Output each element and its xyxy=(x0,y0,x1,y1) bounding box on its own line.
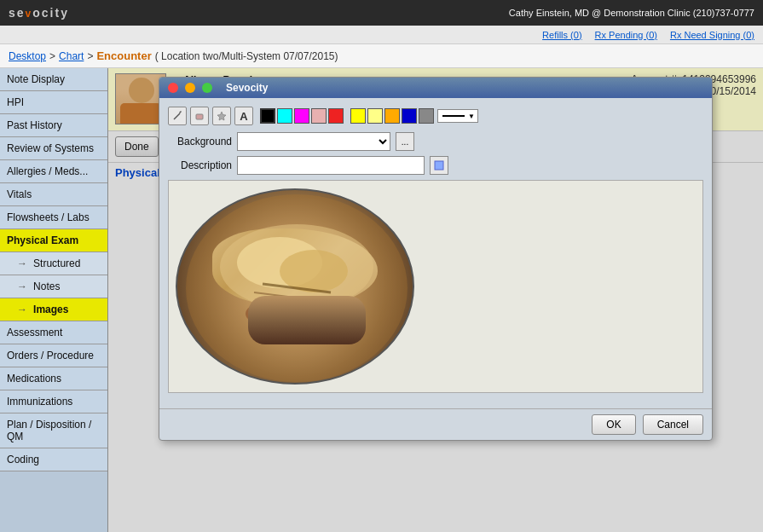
color-orange[interactable] xyxy=(384,108,400,124)
modal-title-bar: Sevocity xyxy=(159,78,712,98)
color-gray[interactable] xyxy=(419,108,434,124)
eraser-tool[interactable] xyxy=(190,107,209,125)
main-layout: Note Display HPI Past History Review of … xyxy=(0,68,763,532)
sidebar-item-allergies-meds[interactable]: Allergies / Meds... xyxy=(0,160,107,183)
modal-overlay: Sevocity xyxy=(108,68,763,532)
sidebar-item-plan-disposition[interactable]: Plan / Disposition / QM xyxy=(0,413,107,448)
traffic-light-yellow[interactable] xyxy=(185,83,195,93)
sidebar-item-assessment[interactable]: Assessment xyxy=(0,321,107,344)
color-cyan[interactable] xyxy=(277,108,292,124)
browse-button[interactable]: ... xyxy=(396,132,414,151)
sidebar: Note Display HPI Past History Review of … xyxy=(0,68,108,532)
cancel-button[interactable]: Cancel xyxy=(643,414,703,435)
modal-title: Sevocity xyxy=(226,82,268,94)
modal-footer: OK Cancel xyxy=(159,408,712,440)
image-canvas[interactable] xyxy=(168,180,703,393)
svg-line-0 xyxy=(174,113,180,119)
modal-body: A xyxy=(159,98,712,408)
user-info: Cathy Einstein, MD @ Demonstration Clini… xyxy=(509,8,754,18)
description-input[interactable] xyxy=(237,156,425,175)
sidebar-item-medications[interactable]: Medications xyxy=(0,367,107,390)
breadcrumb-bar: Desktop > Chart > Encounter ( Location t… xyxy=(0,44,763,68)
knee-image-overlay xyxy=(177,190,414,385)
color-yellow[interactable] xyxy=(350,108,366,124)
sidebar-item-images[interactable]: → Images xyxy=(0,298,107,321)
line-style-selector[interactable]: ▼ xyxy=(437,109,478,123)
breadcrumb-chart[interactable]: Chart xyxy=(59,50,84,62)
star-tool[interactable] xyxy=(212,107,231,125)
description-row: Description xyxy=(168,156,703,175)
color-palette xyxy=(260,108,344,124)
background-row: Background ... xyxy=(168,132,703,151)
color-black[interactable] xyxy=(260,108,275,124)
sidebar-item-coding[interactable]: Coding xyxy=(0,448,107,471)
breadcrumb-sep-1: > xyxy=(49,50,55,62)
svg-rect-5 xyxy=(435,161,443,170)
arrow-icon-notes: → xyxy=(17,280,27,292)
pencil-tool[interactable] xyxy=(168,107,187,125)
traffic-light-red[interactable] xyxy=(168,83,178,93)
sidebar-item-vitals[interactable]: Vitals xyxy=(0,183,107,206)
svg-point-10 xyxy=(246,297,348,331)
sidebar-item-flowsheets-labs[interactable]: Flowsheets / Labs xyxy=(0,206,107,229)
sidebar-item-past-history[interactable]: Past History xyxy=(0,114,107,137)
sidebar-item-hpi[interactable]: HPI xyxy=(0,91,107,114)
sidebar-item-note-display[interactable]: Note Display xyxy=(0,68,107,91)
description-extra-button[interactable] xyxy=(430,156,448,175)
breadcrumb-encounter: Encounter xyxy=(96,49,151,62)
color-palette-2 xyxy=(350,108,434,124)
knee-arthroscopy-image xyxy=(176,188,414,385)
refills-link[interactable]: Refills (0) xyxy=(542,30,581,40)
color-red[interactable] xyxy=(328,108,344,124)
sidebar-item-review-of-systems[interactable]: Review of Systems xyxy=(0,137,107,160)
arrow-icon: → xyxy=(17,257,27,269)
color-magenta[interactable] xyxy=(294,108,309,124)
logo-accent: v xyxy=(26,8,33,20)
content-area: Allergy, Brand new ✏ Female, 42 years, D… xyxy=(108,68,763,532)
sidebar-item-notes[interactable]: → Notes xyxy=(0,275,107,298)
rx-pending-link[interactable]: Rx Pending (0) xyxy=(595,30,657,40)
breadcrumb-desktop[interactable]: Desktop xyxy=(9,50,46,62)
rx-signing-link[interactable]: Rx Need Signing (0) xyxy=(670,30,754,40)
text-tool[interactable]: A xyxy=(234,107,253,125)
svg-marker-3 xyxy=(217,112,226,120)
sidebar-item-immunizations[interactable]: Immunizations xyxy=(0,390,107,413)
description-label: Description xyxy=(168,159,232,171)
traffic-light-green[interactable] xyxy=(202,83,212,93)
background-select[interactable] xyxy=(237,132,390,151)
sidebar-item-orders-procedure[interactable]: Orders / Procedure xyxy=(0,344,107,367)
app-logo: sevocity xyxy=(9,6,69,20)
line-style-dropdown-icon[interactable]: ▼ xyxy=(468,113,475,120)
background-label: Background xyxy=(168,136,232,147)
sidebar-item-structured[interactable]: → Structured xyxy=(0,252,107,275)
svg-rect-2 xyxy=(196,114,203,119)
sub-header: Refills (0) Rx Pending (0) Rx Need Signi… xyxy=(0,26,763,44)
breadcrumb-sep-2: > xyxy=(87,50,93,62)
image-editor-modal: Sevocity xyxy=(159,77,713,441)
color-lightyellow[interactable] xyxy=(367,108,383,124)
color-pink[interactable] xyxy=(311,108,327,124)
ok-button[interactable]: OK xyxy=(592,414,635,435)
color-blue[interactable] xyxy=(402,108,417,124)
arrow-icon-images: → xyxy=(17,304,27,315)
top-header: sevocity Cathy Einstein, MD @ Demonstrat… xyxy=(0,0,763,26)
toolbar-row: A xyxy=(168,107,703,125)
breadcrumb-location: ( Location two/Multi-System 07/07/2015) xyxy=(155,50,338,62)
sidebar-item-physical-exam[interactable]: Physical Exam xyxy=(0,229,107,252)
